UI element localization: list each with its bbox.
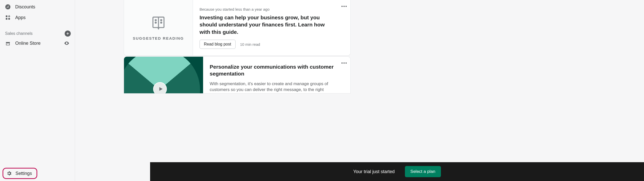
- card-more-button[interactable]: [341, 4, 347, 8]
- nav-list: Marketing Discounts Apps: [0, 0, 75, 22]
- settings-label: Settings: [15, 171, 32, 176]
- svg-point-22: [346, 63, 347, 64]
- svg-point-10: [66, 43, 67, 44]
- suggested-reading-left: SUGGESTED READING: [124, 0, 193, 55]
- suggested-reading-eyebrow: Because you started less than a year ago: [200, 7, 335, 11]
- apps-icon: [5, 15, 11, 20]
- svg-point-6: [8, 7, 9, 8]
- svg-point-14: [155, 22, 156, 23]
- sidebar-item-apps[interactable]: Apps: [2, 13, 73, 22]
- svg-point-21: [344, 63, 345, 64]
- svg-rect-9: [8, 18, 10, 20]
- view-store-button[interactable]: [64, 40, 70, 46]
- sidebar-item-label: Discounts: [15, 4, 35, 10]
- suggested-reading-label: SUGGESTED READING: [133, 36, 184, 40]
- card-more-button[interactable]: [341, 60, 347, 65]
- svg-point-13: [155, 20, 156, 21]
- segmentation-headline: Personalize your communications with cus…: [210, 63, 335, 77]
- svg-point-15: [160, 20, 162, 21]
- sales-channels-label: Sales channels: [5, 31, 33, 36]
- add-channel-button[interactable]: [65, 31, 71, 37]
- sidebar-item-marketing[interactable]: Marketing: [2, 0, 73, 1]
- discount-icon: [5, 4, 11, 10]
- svg-rect-7: [6, 16, 7, 17]
- trial-bar: Your trial just started Select a plan: [150, 162, 644, 181]
- svg-point-18: [344, 6, 345, 7]
- sales-channels-header: Sales channels: [0, 23, 75, 38]
- sidebar-item-discounts[interactable]: Discounts: [2, 2, 73, 12]
- svg-rect-8: [6, 18, 7, 20]
- settings-button[interactable]: Settings: [3, 168, 37, 179]
- book-icon: [151, 15, 166, 31]
- suggested-reading-headline: Investing can help your business grow, b…: [200, 14, 335, 36]
- svg-point-17: [342, 6, 343, 7]
- segmentation-card: Personalize your communications with cus…: [124, 56, 351, 94]
- segmentation-thumbnail: [124, 57, 203, 93]
- main-panel: SUGGESTED READING Because you started le…: [75, 0, 644, 181]
- sidebar-item-label: Online Store: [15, 41, 41, 46]
- store-icon: [5, 40, 11, 46]
- segmentation-body: With segmentation, it's easier to create…: [210, 81, 335, 94]
- gear-icon: [6, 171, 12, 176]
- suggested-reading-card: SUGGESTED READING Because you started le…: [124, 0, 351, 56]
- select-plan-button[interactable]: Select a plan: [405, 166, 441, 177]
- trial-text: Your trial just started: [353, 169, 395, 174]
- sidebar-item-online-store[interactable]: Online Store: [2, 38, 73, 48]
- svg-point-20: [342, 63, 343, 64]
- svg-point-19: [346, 6, 347, 7]
- svg-point-16: [160, 22, 162, 23]
- read-blog-post-button[interactable]: Read blog post: [200, 40, 236, 49]
- svg-point-5: [7, 6, 8, 7]
- sidebar: Marketing Discounts Apps Sales channels: [0, 0, 75, 181]
- sidebar-item-label: Apps: [15, 15, 26, 20]
- read-time-label: 10 min read: [240, 42, 260, 47]
